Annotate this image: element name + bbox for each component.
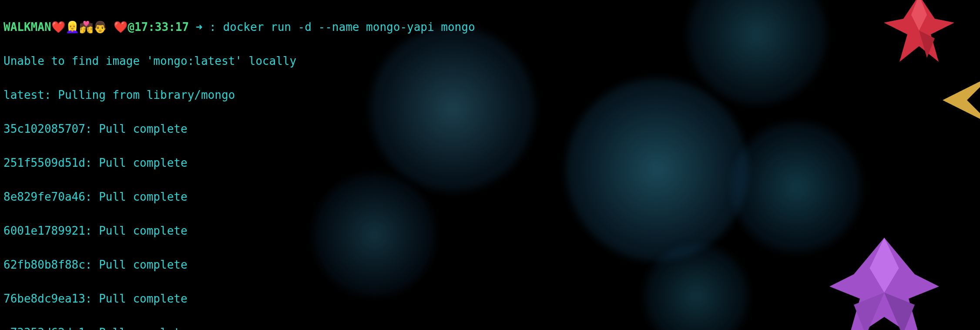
prompt-timestamp: 17:33:17 (134, 20, 189, 34)
output-layer: 6001e1789921: Pull complete (3, 222, 977, 239)
shell-command: docker run -d --name mongo-yapi mongo (216, 20, 475, 34)
output-layer: 35c102085707: Pull complete (3, 121, 977, 138)
output-unable-find: Unable to find image 'mongo:latest' loca… (3, 53, 977, 70)
prompt-arrow: ➜ : (189, 20, 216, 34)
output-layer: 62fb80b8f88c: Pull complete (3, 256, 977, 273)
prompt-hostname: WALKMAN (3, 20, 51, 34)
prompt-time-prefix: @ (128, 20, 134, 34)
prompt-emojis: ❤️👱‍♀️💏👨 ❤️ (51, 19, 128, 36)
output-layer: 8e829fe70a46: Pull complete (3, 189, 977, 205)
output-layer: 76be8dc9ea13: Pull complete (3, 290, 977, 307)
terminal-output[interactable]: WALKMAN❤️👱‍♀️💏👨 ❤️@17:33:17 ➜ : docker r… (0, 0, 980, 330)
prompt-line: WALKMAN❤️👱‍♀️💏👨 ❤️@17:33:17 ➜ : docker r… (3, 19, 977, 36)
output-layer: c73353d62de1: Pull complete (3, 324, 977, 330)
output-layer: 251f5509d51d: Pull complete (3, 155, 977, 172)
output-pulling: latest: Pulling from library/mongo (3, 87, 977, 104)
